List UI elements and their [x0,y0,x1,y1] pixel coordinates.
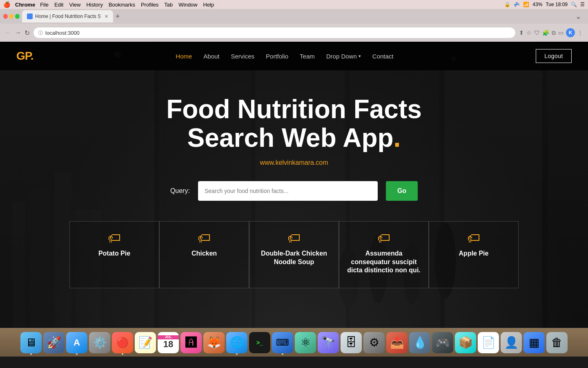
address-input[interactable]: ⓘ localhost:3000 [33,27,516,38]
dock-terminal[interactable]: >_ [249,332,270,353]
card-icon-1: 🏷 [108,231,121,245]
back-button[interactable]: ← [5,29,11,36]
nav-dropdown[interactable]: Drop Down ▾ [326,53,361,60]
search-label: Query: [170,187,190,195]
dock-chrome[interactable]: 🌐 [226,332,247,353]
menu-file[interactable]: File [40,2,49,8]
card-double-dark[interactable]: 🏷 Double-Dark Chicken Noodle Soup [249,221,339,288]
dock-proxy-app[interactable]: 🔭 [318,332,339,353]
new-tab-button[interactable]: + [116,12,120,21]
hero-title-line1: Food Nutrition Facts [166,94,422,124]
vscode-icon: ⌨ [276,337,289,348]
firefox-icon: 🦊 [207,336,221,349]
dock-inkdrop[interactable]: 💧 [409,332,430,353]
dock-clipboard[interactable]: 📄 [478,332,499,353]
menu-help[interactable]: Help [203,2,214,8]
dock-firefox[interactable]: 🦊 [203,332,225,353]
hero-title-dot: . [394,123,401,153]
dock-trash[interactable]: 🗑 [546,332,568,353]
traffic-light-close[interactable] [3,14,8,19]
tab-favicon [27,13,33,19]
traffic-light-maximize[interactable] [15,14,20,19]
tab-list-icon[interactable]: ⌄ [575,12,581,21]
nav-team[interactable]: Team [300,53,315,60]
card-potato-pie[interactable]: 🏷 Potato Pie [69,221,159,288]
dock-notes[interactable]: 📝 [135,332,156,353]
card-chicken[interactable]: 🏷 Chicken [159,221,249,288]
dock-multiwindow[interactable]: ▦ [523,332,545,353]
dock-launchpad[interactable]: 🚀 [43,332,65,353]
macos-menubar: 🍎 Chrome File Edit View History Bookmark… [0,0,588,9]
card-title-5: Apple Pie [459,249,489,258]
tab-close-btn[interactable]: ✕ [105,14,108,19]
search-row: Query: Go [170,181,418,201]
tab-title: Home | Food Nutrition Facts S... [35,13,100,19]
control-icon[interactable]: ☰ [580,2,585,7]
dock-finder[interactable]: 🖥 [20,332,42,353]
dock-config-app[interactable]: ⚙ [363,332,385,353]
hero-subtitle-link[interactable]: www.kelvinkamara.com [260,159,328,166]
dock-calendar[interactable]: JUL18 [158,332,179,353]
dock-transmit[interactable]: 📤 [386,332,408,353]
photo-booth-icon: 👤 [504,336,519,349]
dock-steam[interactable]: 🎮 [432,332,453,353]
hero-title-line2: Search Web App [187,123,394,153]
dock-atom-editor[interactable]: ⚛ [295,332,316,353]
multiwindow-icon: ▦ [529,336,539,349]
card-lorem[interactable]: 🏷 Assumenda consequatur suscipit dicta d… [339,221,429,288]
browser-tab-active[interactable]: Home | Food Nutrition Facts S... ✕ [22,10,113,22]
dock-db-app[interactable]: 🗄 [341,332,362,353]
secure-icon: ⓘ [38,30,43,36]
multiwindow-icon[interactable]: ⧉ [552,29,556,36]
nav-about[interactable]: About [203,53,219,60]
browser-tab-bar: Home | Food Nutrition Facts S... ✕ + ⌄ [0,9,588,24]
share-icon[interactable]: ⬆ [519,29,524,36]
profile-avatar[interactable]: K [566,28,575,37]
card-icon-5: 🏷 [467,231,480,245]
finder-icon: 🖥 [25,336,37,349]
dock-system-prefs[interactable]: ⚙️ [89,332,110,353]
menu-history[interactable]: History [86,2,102,8]
apple-icon[interactable]: 🍎 [3,1,10,8]
chrome-menu-icon[interactable]: ⋮ [577,29,583,36]
shield-icon[interactable]: 🛡 [534,29,540,36]
dock-vscode[interactable]: ⌨ [272,332,293,353]
address-bar: ← → ↻ ⓘ localhost:3000 ⬆ ☆ 🛡 🧩 ⧉ ▭ K ⋮ [0,24,588,42]
dock-photo-booth[interactable]: 👤 [501,332,522,353]
extension-icon: 🔒 [504,2,510,7]
search-icon[interactable]: 🔍 [571,2,577,7]
menu-window[interactable]: Window [178,2,197,8]
nav-services[interactable]: Services [231,53,255,60]
menu-profiles[interactable]: Profiles [141,2,158,8]
proxy-icon: 🔭 [321,336,336,349]
logout-button[interactable]: Logout [536,49,572,63]
refresh-button[interactable]: ↻ [24,29,30,37]
menu-edit[interactable]: Edit [54,2,63,8]
traffic-light-minimize[interactable] [9,14,14,19]
battery-icon: 43% [532,2,542,7]
dock-vmware[interactable]: 📦 [455,332,476,353]
nav-links: Home About Services Portfolio Team Drop … [176,53,393,60]
forward-button[interactable]: → [15,29,21,36]
search-input[interactable] [198,181,378,201]
search-go-button[interactable]: Go [386,181,418,201]
nav-contact[interactable]: Contact [372,53,394,60]
card-title-1: Potato Pie [98,249,130,258]
dock-reminders[interactable]: 🔴 [112,332,133,353]
food-cards-row: 🏷 Potato Pie 🏷 Chicken 🏷 Double-Dark Chi… [0,221,588,288]
menu-tab[interactable]: Tab [164,2,173,8]
bookmark-icon[interactable]: ☆ [526,29,532,36]
dock-appstore[interactable]: A [66,332,87,353]
wifi-icon: 📶 [523,2,529,7]
nav-home[interactable]: Home [176,53,192,60]
sidebar-icon[interactable]: ▭ [558,29,564,36]
dock-creative-app[interactable]: 🅰 [180,332,202,353]
card-apple-pie[interactable]: 🏷 Apple Pie [429,221,519,288]
menu-view[interactable]: View [69,2,80,8]
menu-bookmarks[interactable]: Bookmarks [109,2,135,8]
app-name: Chrome [15,2,35,8]
nav-portfolio[interactable]: Portfolio [266,53,288,60]
puzzle-icon[interactable]: 🧩 [542,29,549,36]
site-logo[interactable]: GP. [16,49,33,63]
creative-app-icon: 🅰 [185,336,197,349]
